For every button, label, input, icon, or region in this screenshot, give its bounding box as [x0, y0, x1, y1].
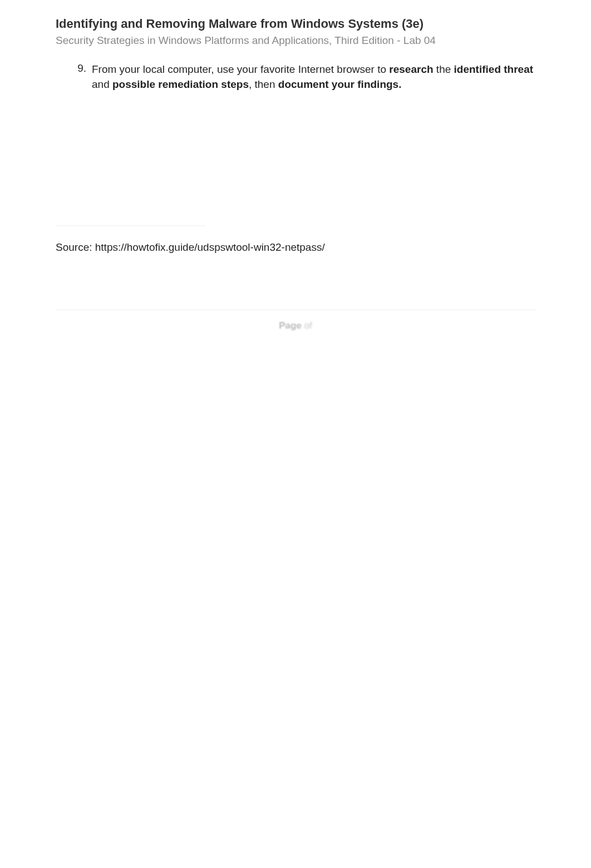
text-segment: , then [249, 78, 278, 90]
source-text: Source: https://howtofix.guide/udspswtoo… [56, 241, 535, 254]
page-subtitle: Security Strategies in Windows Platforms… [56, 34, 535, 47]
source-divider [56, 225, 206, 226]
footer-divider [56, 309, 535, 310]
source-section: Source: https://howtofix.guide/udspswtoo… [56, 220, 535, 254]
page-title: Identifying and Removing Malware from Wi… [56, 17, 535, 31]
text-bold-document: document your findings. [278, 78, 402, 90]
page-container: Identifying and Removing Malware from Wi… [0, 0, 591, 331]
text-segment: and [92, 78, 112, 90]
text-bold-threat: identified threat [454, 63, 534, 75]
list-item-9: 9. From your local computer, use your fa… [72, 62, 535, 92]
list-content: From your local computer, use your favor… [92, 62, 535, 92]
page-footer: Page of [56, 320, 535, 331]
text-segment: the [434, 63, 454, 75]
text-bold-remediation: possible remediation steps [112, 78, 249, 90]
page-word: Page [279, 320, 302, 331]
text-segment: From your local computer, use your favor… [92, 63, 389, 75]
list-number: 9. [72, 62, 92, 92]
text-bold-research: research [389, 63, 433, 75]
page-number: of [302, 320, 312, 331]
